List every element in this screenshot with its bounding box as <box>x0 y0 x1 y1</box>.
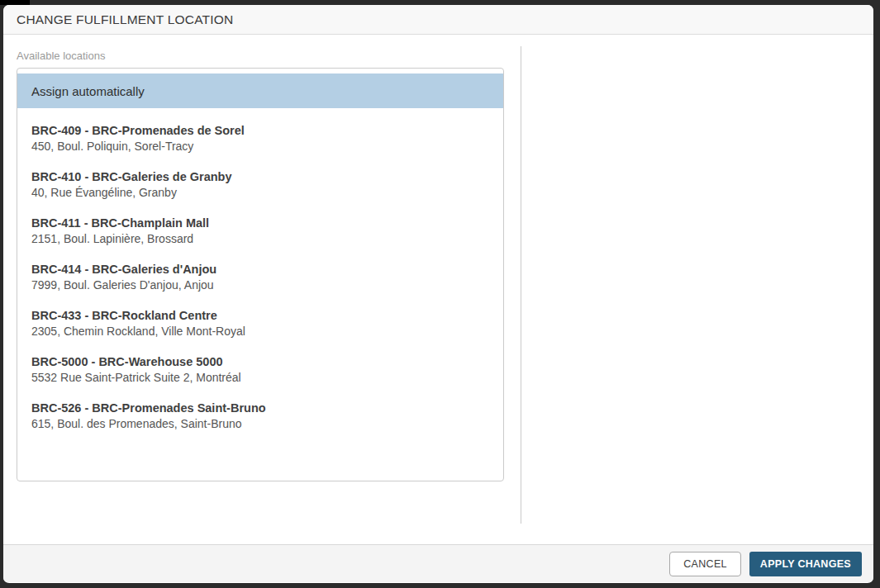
dialog-body: Available locations Assign automatically… <box>3 35 873 544</box>
apply-changes-button[interactable]: APPLY CHANGES <box>749 552 862 576</box>
location-option[interactable]: BRC-411 - BRC-Champlain Mall2151, Boul. … <box>17 216 503 247</box>
location-address: 2151, Boul. Lapinière, Brossard <box>31 231 503 247</box>
location-address: 5532 Rue Saint-Patrick Suite 2, Montréal <box>31 370 503 386</box>
location-name: BRC-414 - BRC-Galeries d'Anjou <box>31 262 503 277</box>
location-option[interactable]: BRC-414 - BRC-Galeries d'Anjou7999, Boul… <box>17 262 503 293</box>
location-list: BRC-409 - BRC-Promenades de Sorel450, Bo… <box>17 123 503 432</box>
location-address: 450, Boul. Poliquin, Sorel-Tracy <box>31 139 503 154</box>
location-name: BRC-433 - BRC-Rockland Centre <box>31 308 503 324</box>
dialog-footer: CANCEL APPLY CHANGES <box>3 544 873 582</box>
dialog-title: CHANGE FULFILLMENT LOCATION <box>17 12 233 27</box>
location-option[interactable]: BRC-5000 - BRC-Warehouse 50005532 Rue Sa… <box>17 354 503 386</box>
location-name: BRC-409 - BRC-Promenades de Sorel <box>31 123 503 139</box>
assign-automatically-option[interactable]: Assign automatically <box>17 74 503 108</box>
location-name: BRC-5000 - BRC-Warehouse 5000 <box>31 354 503 370</box>
location-address: 2305, Chemin Rockland, Ville Mont-Royal <box>31 324 503 339</box>
location-name: BRC-410 - BRC-Galeries de Granby <box>31 169 503 185</box>
location-name: BRC-526 - BRC-Promenades Saint-Bruno <box>31 401 503 416</box>
location-option[interactable]: BRC-409 - BRC-Promenades de Sorel450, Bo… <box>17 123 503 154</box>
location-option[interactable]: BRC-433 - BRC-Rockland Centre2305, Chemi… <box>17 308 503 339</box>
panel-divider <box>521 46 521 524</box>
location-option[interactable]: BRC-410 - BRC-Galeries de Granby40, Rue … <box>17 169 503 201</box>
dialog-header: CHANGE FULFILLMENT LOCATION <box>3 5 873 35</box>
available-locations-listbox: Assign automatically BRC-409 - BRC-Prome… <box>17 68 504 481</box>
available-locations-label: Available locations <box>17 50 105 62</box>
location-name: BRC-411 - BRC-Champlain Mall <box>31 216 503 231</box>
location-address: 615, Boul. des Promenades, Saint-Bruno <box>31 416 503 432</box>
location-option[interactable]: BRC-526 - BRC-Promenades Saint-Bruno615,… <box>17 401 503 432</box>
location-address: 7999, Boul. Galeries D'anjou, Anjou <box>31 277 503 293</box>
cancel-button[interactable]: CANCEL <box>669 552 741 576</box>
change-fulfillment-location-dialog: CHANGE FULFILLMENT LOCATION Available lo… <box>3 5 873 583</box>
location-address: 40, Rue Évangéline, Granby <box>31 185 503 201</box>
